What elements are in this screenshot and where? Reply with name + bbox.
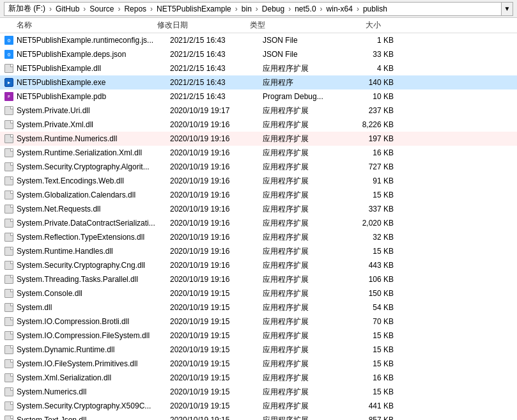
address-bar[interactable]: 新加卷 (F:) › GitHub › Source › Repos › NET… [0, 0, 517, 18]
file-name: System.Net.Requests.dll [17, 205, 170, 214]
file-type: 应用程序扩展 [263, 331, 336, 341]
file-row[interactable]: NET5PublishExample.dll2021/2/15 16:43应用程… [0, 61, 517, 75]
file-name: NET5PublishExample.pdb [17, 92, 170, 101]
file-row[interactable]: PNET5PublishExample.pdb2021/2/15 16:43Pr… [0, 89, 517, 104]
file-row[interactable]: System.Private.DataContractSerializati..… [0, 216, 517, 230]
file-row[interactable]: System.Net.Requests.dll2020/10/19 19:16应… [0, 202, 517, 216]
file-size: 15 KB [336, 359, 394, 368]
file-row[interactable]: System.Console.dll2020/10/19 19:15应用程序扩展… [0, 286, 517, 300]
file-icon [4, 373, 14, 383]
col-header-type[interactable]: 类型 [250, 20, 323, 31]
file-size: 140 KB [336, 78, 394, 87]
file-row[interactable]: System.Security.Cryptography.Cng.dll2020… [0, 258, 517, 272]
file-date: 2021/2/15 16:43 [170, 50, 263, 59]
breadcrumb-item-net50[interactable]: net5.0 [295, 4, 316, 13]
file-date: 2020/10/19 19:15 [170, 317, 263, 326]
file-icon [4, 288, 14, 299]
file-row[interactable]: System.Security.Cryptography.Algorit...2… [0, 160, 517, 174]
file-type: 应用程序扩展 [263, 120, 336, 130]
file-row[interactable]: System.Runtime.Handles.dll2020/10/19 19:… [0, 244, 517, 258]
file-row[interactable]: System.Reflection.TypeExtensions.dll2020… [0, 230, 517, 244]
file-name: System.Dynamic.Runtime.dll [17, 345, 170, 354]
file-date: 2020/10/19 19:16 [170, 134, 263, 143]
file-row[interactable]: ▶NET5PublishExample.exe2021/2/15 16:43应用… [0, 75, 517, 89]
file-size: 15 KB [336, 345, 394, 354]
file-size: 106 KB [336, 275, 394, 284]
breadcrumb-item-bin[interactable]: bin [242, 4, 252, 13]
breadcrumb-item-repos[interactable]: Repos [124, 4, 146, 13]
file-row[interactable]: System.Globalization.Calendars.dll2020/1… [0, 188, 517, 202]
file-row[interactable]: System.Security.Cryptography.X509C...202… [0, 399, 517, 413]
address-bar-content[interactable]: 新加卷 (F:) › GitHub › Source › Repos › NET… [4, 2, 502, 16]
file-name: NET5PublishExample.dll [17, 64, 170, 73]
breadcrumb-item-winx64[interactable]: win-x64 [327, 4, 353, 13]
file-row[interactable]: System.Private.Uri.dll2020/10/19 19:17应用… [0, 104, 517, 118]
file-type: 应用程序扩展 [263, 176, 336, 187]
file-type: 应用程序扩展 [263, 274, 336, 285]
file-row[interactable]: System.Text.Encodings.Web.dll2020/10/19 … [0, 174, 517, 188]
file-name: System.Security.Cryptography.X509C... [17, 401, 170, 410]
file-name: System.IO.FileSystem.Primitives.dll [17, 359, 170, 368]
file-type: 应用程序扩展 [263, 316, 336, 327]
file-row[interactable]: System.IO.Compression.FileSystem.dll2020… [0, 329, 517, 343]
file-type: 应用程序扩展 [263, 218, 336, 229]
file-name: System.IO.Compression.Brotli.dll [17, 317, 170, 326]
col-header-name[interactable]: 名称 [4, 20, 157, 31]
breadcrumb-item-source[interactable]: Source [89, 4, 114, 13]
file-row[interactable]: System.Numerics.dll2020/10/19 19:15应用程序扩… [0, 385, 517, 399]
file-type: 应用程序扩展 [263, 387, 336, 398]
file-date: 2020/10/19 19:15 [170, 387, 263, 396]
file-row[interactable]: System.dll2020/10/19 19:15应用程序扩展54 KB [0, 300, 517, 315]
address-dropdown-button[interactable]: ▼ [502, 2, 513, 16]
file-row[interactable]: System.Dynamic.Runtime.dll2020/10/19 19:… [0, 343, 517, 357]
file-type: JSON File [263, 36, 336, 45]
file-row[interactable]: {}NET5PublishExample.deps.json2021/2/15 … [0, 47, 517, 61]
col-header-date[interactable]: 修改日期 [157, 20, 250, 31]
file-icon [4, 246, 14, 256]
file-name: System.Numerics.dll [17, 387, 170, 396]
file-name: System.Globalization.Calendars.dll [17, 191, 170, 199]
file-date: 2021/2/15 16:43 [170, 64, 263, 73]
file-date: 2020/10/19 19:16 [170, 191, 263, 199]
file-row[interactable]: System.IO.FileSystem.Primitives.dll2020/… [0, 357, 517, 371]
file-icon [4, 302, 14, 313]
file-date: 2021/2/15 16:43 [170, 92, 263, 101]
file-date: 2020/10/19 19:15 [170, 416, 263, 420]
breadcrumb-item-github[interactable]: GitHub [56, 4, 79, 13]
file-date: 2020/10/19 19:15 [170, 401, 263, 410]
breadcrumb-item-publish[interactable]: publish [363, 4, 387, 13]
file-date: 2020/10/19 19:16 [170, 148, 263, 157]
file-row[interactable]: System.Text.Json.dll2020/10/19 19:15应用程序… [0, 413, 517, 420]
breadcrumb-item-project[interactable]: NET5PublishExample [157, 4, 231, 13]
file-icon [4, 232, 14, 242]
breadcrumb-item-drive[interactable]: 新加卷 (F:) [8, 3, 45, 14]
file-icon [4, 345, 14, 355]
file-name: System.Private.DataContractSerializati..… [17, 219, 170, 228]
breadcrumb-item-debug[interactable]: Debug [262, 4, 284, 13]
file-row[interactable]: System.Xml.Serialization.dll2020/10/19 1… [0, 371, 517, 385]
file-row[interactable]: {}NET5PublishExample.runtimeconfig.js...… [0, 33, 517, 47]
file-list: {}NET5PublishExample.runtimeconfig.js...… [0, 33, 517, 420]
file-size: 32 KB [336, 233, 394, 242]
file-size: 1 KB [336, 36, 394, 45]
col-header-size[interactable]: 大小 [323, 20, 381, 31]
file-date: 2020/10/19 19:16 [170, 233, 263, 242]
file-row[interactable]: System.Threading.Tasks.Parallel.dll2020/… [0, 272, 517, 286]
file-size: 4 KB [336, 64, 394, 73]
file-name: System.Threading.Tasks.Parallel.dll [17, 275, 170, 284]
file-row[interactable]: System.Private.Xml.dll2020/10/19 19:16应用… [0, 118, 517, 132]
file-size: 2,020 KB [336, 219, 394, 228]
file-name: System.Console.dll [17, 289, 170, 298]
file-type: 应用程序扩展 [263, 288, 336, 299]
file-row[interactable]: System.Runtime.Numerics.dll2020/10/19 19… [0, 132, 517, 146]
file-row[interactable]: System.IO.Compression.Brotli.dll2020/10/… [0, 315, 517, 329]
file-date: 2020/10/19 19:17 [170, 106, 263, 115]
file-row[interactable]: System.Runtime.Serialization.Xml.dll2020… [0, 146, 517, 160]
file-icon [4, 63, 14, 74]
file-date: 2020/10/19 19:16 [170, 120, 263, 129]
file-icon [4, 148, 14, 158]
file-icon [4, 331, 14, 341]
file-date: 2020/10/19 19:15 [170, 345, 263, 354]
file-type: 应用程序扩展 [263, 401, 336, 412]
exe-icon: ▶ [4, 78, 13, 87]
